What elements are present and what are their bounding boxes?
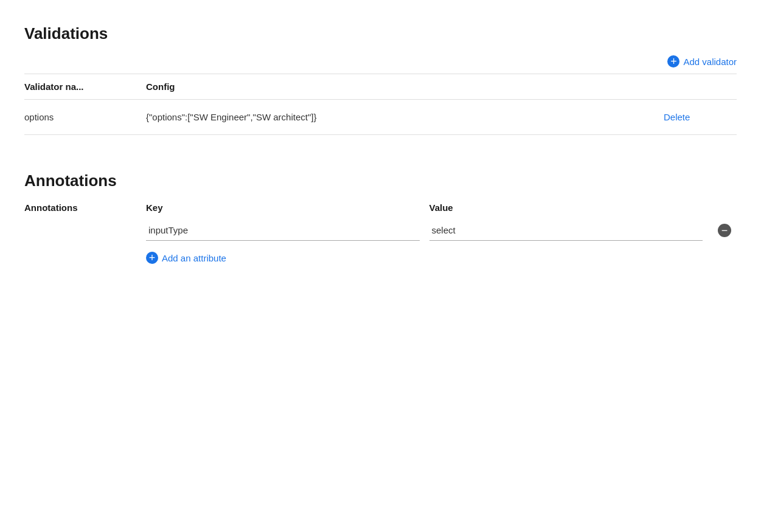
- validator-name-header: Validator na...: [24, 81, 146, 92]
- annotations-col-spacer: Annotations: [24, 202, 146, 220]
- page-container: Validations + Add validator Validator na…: [24, 24, 737, 264]
- validations-table: Validator na... Config options {"options…: [24, 74, 737, 135]
- annotations-field-headers: Key Value: [146, 202, 737, 213]
- add-validator-label: Add validator: [683, 57, 737, 67]
- validations-title: Validations: [24, 24, 737, 43]
- remove-header-spacer: [712, 202, 737, 213]
- annotations-fields-area: − + Add an attribute: [24, 220, 737, 264]
- add-validator-button[interactable]: + Add validator: [667, 55, 737, 67]
- add-validator-plus-icon: +: [667, 55, 679, 67]
- key-header: Key: [146, 202, 420, 213]
- delete-button[interactable]: Delete: [664, 112, 690, 122]
- add-attribute-label: Add an attribute: [162, 253, 226, 263]
- minus-icon: −: [718, 224, 731, 237]
- validator-name-cell: options: [24, 112, 146, 122]
- actions-cell: Delete: [664, 112, 737, 122]
- table-row: options {"options":["SW Engineer","SW ar…: [24, 100, 737, 135]
- table-header-row: Validator na... Config: [24, 74, 737, 100]
- value-header: Value: [429, 202, 703, 213]
- actions-header: [664, 81, 737, 92]
- add-validator-row: + Add validator: [24, 55, 737, 67]
- add-attribute-plus-icon: +: [146, 252, 158, 264]
- annotations-column-headers: Annotations Key Value: [24, 202, 737, 220]
- value-input[interactable]: [429, 220, 703, 241]
- annotation-row: −: [146, 220, 737, 241]
- annotations-left-spacer: [24, 220, 146, 264]
- remove-annotation-button[interactable]: −: [712, 224, 737, 237]
- add-attribute-button[interactable]: + Add an attribute: [146, 252, 226, 264]
- config-cell: {"options":["SW Engineer","SW architect"…: [146, 112, 664, 122]
- config-header: Config: [146, 81, 664, 92]
- annotations-title: Annotations: [24, 171, 737, 190]
- validations-section: Validations + Add validator Validator na…: [24, 24, 737, 135]
- annotations-label-header: Annotations: [24, 202, 78, 213]
- annotations-section: Annotations Annotations Key Value −: [24, 171, 737, 264]
- key-input[interactable]: [146, 220, 420, 241]
- add-attribute-row: + Add an attribute: [146, 252, 737, 264]
- annotations-right: − + Add an attribute: [146, 220, 737, 264]
